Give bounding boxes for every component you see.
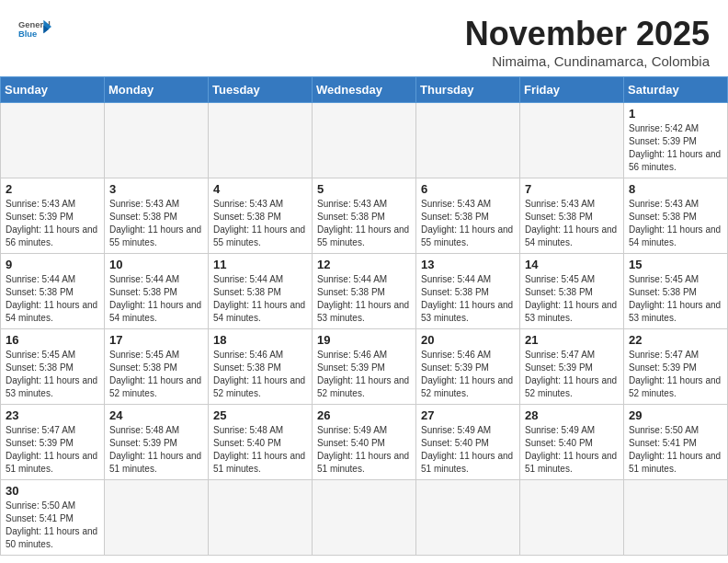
calendar-cell [520, 103, 624, 178]
day-info: Sunrise: 5:43 AM Sunset: 5:38 PM Dayligh… [109, 198, 203, 249]
calendar-cell: 7Sunrise: 5:43 AM Sunset: 5:38 PM Daylig… [520, 178, 624, 254]
calendar-cell: 4Sunrise: 5:43 AM Sunset: 5:38 PM Daylig… [209, 178, 313, 254]
month-title: November 2025 [465, 15, 710, 53]
calendar-cell: 19Sunrise: 5:46 AM Sunset: 5:39 PM Dayli… [313, 329, 416, 405]
calendar-cell [624, 480, 728, 556]
calendar-cell: 9Sunrise: 5:44 AM Sunset: 5:38 PM Daylig… [1, 254, 105, 329]
day-info: Sunrise: 5:44 AM Sunset: 5:38 PM Dayligh… [421, 273, 515, 325]
calendar-cell [209, 103, 313, 178]
day-number: 30 [6, 484, 99, 498]
week-row-4: 16Sunrise: 5:45 AM Sunset: 5:38 PM Dayli… [1, 329, 728, 405]
day-info: Sunrise: 5:42 AM Sunset: 5:39 PM Dayligh… [629, 122, 722, 174]
calendar-cell: 14Sunrise: 5:45 AM Sunset: 5:38 PM Dayli… [520, 254, 624, 329]
calendar-cell: 26Sunrise: 5:49 AM Sunset: 5:40 PM Dayli… [313, 405, 416, 480]
calendar-cell: 22Sunrise: 5:47 AM Sunset: 5:39 PM Dayli… [624, 329, 728, 405]
day-info: Sunrise: 5:45 AM Sunset: 5:38 PM Dayligh… [109, 349, 203, 400]
day-number: 15 [629, 258, 722, 271]
location: Nimaima, Cundinamarca, Colombia [465, 53, 710, 69]
calendar-cell: 16Sunrise: 5:45 AM Sunset: 5:38 PM Dayli… [1, 329, 105, 405]
day-number: 19 [317, 333, 411, 347]
day-info: Sunrise: 5:50 AM Sunset: 5:41 PM Dayligh… [6, 500, 99, 551]
day-info: Sunrise: 5:49 AM Sunset: 5:40 PM Dayligh… [525, 424, 619, 476]
day-info: Sunrise: 5:46 AM Sunset: 5:39 PM Dayligh… [317, 349, 411, 400]
day-number: 2 [6, 182, 99, 196]
day-number: 8 [629, 182, 722, 196]
calendar-cell [520, 480, 624, 556]
calendar-cell [416, 103, 520, 178]
day-info: Sunrise: 5:43 AM Sunset: 5:38 PM Dayligh… [213, 198, 307, 249]
day-info: Sunrise: 5:43 AM Sunset: 5:38 PM Dayligh… [525, 198, 619, 249]
week-row-2: 2Sunrise: 5:43 AM Sunset: 5:39 PM Daylig… [1, 178, 728, 254]
day-info: Sunrise: 5:50 AM Sunset: 5:41 PM Dayligh… [629, 424, 722, 476]
title-block: November 2025 Nimaima, Cundinamarca, Col… [465, 15, 710, 69]
weekday-tuesday: Tuesday [209, 77, 313, 103]
calendar-cell: 2Sunrise: 5:43 AM Sunset: 5:39 PM Daylig… [1, 178, 105, 254]
weekday-monday: Monday [105, 77, 209, 103]
day-info: Sunrise: 5:48 AM Sunset: 5:40 PM Dayligh… [213, 424, 307, 476]
calendar-cell: 24Sunrise: 5:48 AM Sunset: 5:39 PM Dayli… [105, 405, 209, 480]
day-info: Sunrise: 5:47 AM Sunset: 5:39 PM Dayligh… [6, 424, 99, 476]
day-info: Sunrise: 5:43 AM Sunset: 5:39 PM Dayligh… [6, 198, 99, 249]
calendar-cell [313, 480, 416, 556]
day-number: 13 [421, 258, 515, 271]
calendar-cell [105, 103, 209, 178]
day-info: Sunrise: 5:49 AM Sunset: 5:40 PM Dayligh… [317, 424, 411, 476]
day-number: 24 [109, 408, 203, 422]
weekday-wednesday: Wednesday [313, 77, 416, 103]
calendar-cell [313, 103, 416, 178]
day-number: 5 [317, 182, 411, 196]
weekday-sunday: Sunday [1, 77, 105, 103]
day-number: 28 [525, 408, 619, 422]
calendar-cell: 12Sunrise: 5:44 AM Sunset: 5:38 PM Dayli… [313, 254, 416, 329]
calendar-cell [105, 480, 209, 556]
day-number: 10 [109, 258, 203, 271]
day-number: 26 [317, 408, 411, 422]
day-info: Sunrise: 5:43 AM Sunset: 5:38 PM Dayligh… [629, 198, 722, 249]
calendar-cell: 29Sunrise: 5:50 AM Sunset: 5:41 PM Dayli… [624, 405, 728, 480]
day-number: 25 [213, 408, 307, 422]
calendar-cell [1, 103, 105, 178]
day-number: 12 [317, 258, 411, 271]
day-number: 18 [213, 333, 307, 347]
weekday-thursday: Thursday [416, 77, 520, 103]
day-number: 14 [525, 258, 619, 271]
day-info: Sunrise: 5:43 AM Sunset: 5:38 PM Dayligh… [317, 198, 411, 249]
calendar-cell: 15Sunrise: 5:45 AM Sunset: 5:38 PM Dayli… [624, 254, 728, 329]
week-row-1: 1Sunrise: 5:42 AM Sunset: 5:39 PM Daylig… [1, 103, 728, 178]
day-number: 22 [629, 333, 722, 347]
calendar-cell: 6Sunrise: 5:43 AM Sunset: 5:38 PM Daylig… [416, 178, 520, 254]
day-number: 27 [421, 408, 515, 422]
day-info: Sunrise: 5:46 AM Sunset: 5:38 PM Dayligh… [213, 349, 307, 400]
day-info: Sunrise: 5:48 AM Sunset: 5:39 PM Dayligh… [109, 424, 203, 476]
calendar-cell: 25Sunrise: 5:48 AM Sunset: 5:40 PM Dayli… [209, 405, 313, 480]
calendar-cell [209, 480, 313, 556]
day-number: 20 [421, 333, 515, 347]
week-row-3: 9Sunrise: 5:44 AM Sunset: 5:38 PM Daylig… [1, 254, 728, 329]
calendar-cell: 11Sunrise: 5:44 AM Sunset: 5:38 PM Dayli… [209, 254, 313, 329]
day-number: 6 [421, 182, 515, 196]
day-info: Sunrise: 5:45 AM Sunset: 5:38 PM Dayligh… [6, 349, 99, 400]
calendar-cell: 8Sunrise: 5:43 AM Sunset: 5:38 PM Daylig… [624, 178, 728, 254]
calendar-cell: 28Sunrise: 5:49 AM Sunset: 5:40 PM Dayli… [520, 405, 624, 480]
day-info: Sunrise: 5:46 AM Sunset: 5:39 PM Dayligh… [421, 349, 515, 400]
calendar-cell: 3Sunrise: 5:43 AM Sunset: 5:38 PM Daylig… [105, 178, 209, 254]
day-info: Sunrise: 5:45 AM Sunset: 5:38 PM Dayligh… [629, 273, 722, 325]
week-row-5: 23Sunrise: 5:47 AM Sunset: 5:39 PM Dayli… [1, 405, 728, 480]
calendar-cell [416, 480, 520, 556]
day-number: 9 [6, 258, 99, 271]
calendar: SundayMondayTuesdayWednesdayThursdayFrid… [0, 76, 728, 556]
logo: General Blue [18, 15, 51, 48]
weekday-header-row: SundayMondayTuesdayWednesdayThursdayFrid… [1, 77, 728, 103]
day-info: Sunrise: 5:44 AM Sunset: 5:38 PM Dayligh… [6, 273, 99, 325]
calendar-cell: 5Sunrise: 5:43 AM Sunset: 5:38 PM Daylig… [313, 178, 416, 254]
day-number: 23 [6, 408, 99, 422]
calendar-cell: 23Sunrise: 5:47 AM Sunset: 5:39 PM Dayli… [1, 405, 105, 480]
calendar-cell: 10Sunrise: 5:44 AM Sunset: 5:38 PM Dayli… [105, 254, 209, 329]
day-number: 16 [6, 333, 99, 347]
weekday-friday: Friday [520, 77, 624, 103]
calendar-cell: 27Sunrise: 5:49 AM Sunset: 5:40 PM Dayli… [416, 405, 520, 480]
calendar-cell: 1Sunrise: 5:42 AM Sunset: 5:39 PM Daylig… [624, 103, 728, 178]
calendar-cell: 17Sunrise: 5:45 AM Sunset: 5:38 PM Dayli… [105, 329, 209, 405]
day-info: Sunrise: 5:43 AM Sunset: 5:38 PM Dayligh… [421, 198, 515, 249]
calendar-cell: 18Sunrise: 5:46 AM Sunset: 5:38 PM Dayli… [209, 329, 313, 405]
